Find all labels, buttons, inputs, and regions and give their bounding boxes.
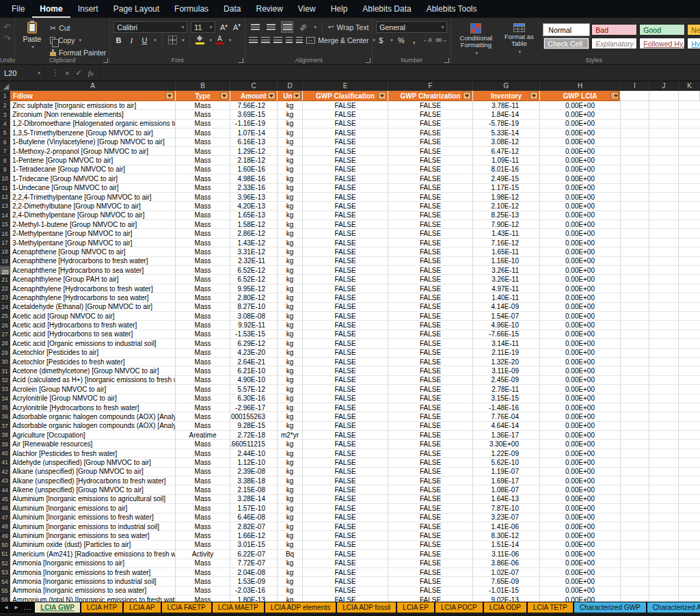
cell-amount[interactable]: 6.52E-12: [230, 275, 278, 284]
cell-type[interactable]: Mass: [176, 202, 230, 211]
cell-empty[interactable]: [649, 541, 679, 550]
sheet-tab[interactable]: LCIA ADP elements: [265, 602, 336, 613]
cell-inventory[interactable]: 3.14E-11: [473, 339, 540, 348]
cell-gwp-lcia[interactable]: 0.00E+00: [540, 266, 621, 275]
undo-icon[interactable]: ↶: [3, 22, 11, 32]
sheet-tab[interactable]: Characterized GWP: [574, 602, 646, 613]
cell-flow[interactable]: 1-Butylene (Vinylacetylene) [Group NMVOC…: [10, 138, 176, 147]
column-header[interactable]: E: [303, 81, 388, 91]
cell-type[interactable]: Mass: [176, 595, 230, 602]
cell-inventory[interactable]: 5.33E-14: [473, 129, 540, 137]
cell-empty[interactable]: [649, 550, 679, 559]
cell-gwp-characterization[interactable]: FALSE: [388, 349, 473, 358]
cell-empty[interactable]: [649, 577, 679, 586]
cell-type[interactable]: Mass: [176, 468, 230, 477]
sheet-tab[interactable]: LCIA TETP: [528, 602, 573, 613]
cell-gwp-classification[interactable]: FALSE: [303, 266, 388, 275]
cell-flow[interactable]: Ammonium (total N) [Inorganic emissions …: [10, 595, 176, 602]
cell-empty[interactable]: [649, 174, 679, 183]
cell-type[interactable]: Mass: [176, 349, 230, 358]
cell-flow[interactable]: Agriculture [Occupation]: [10, 431, 176, 440]
cell-inventory[interactable]: 3.11E-06: [473, 550, 540, 559]
cell-amount[interactable]: 1.43E-12: [230, 239, 278, 247]
row-header[interactable]: 17: [0, 239, 10, 247]
cell-inventory[interactable]: 7.16E-12: [473, 239, 540, 247]
cell-gwp-lcia[interactable]: 0.00E+00: [540, 458, 621, 467]
cell-gwp-classification[interactable]: FALSE: [303, 577, 388, 586]
cell-empty[interactable]: [649, 385, 679, 394]
tab-scroll-right-icon[interactable]: ►: [14, 604, 19, 611]
row-header[interactable]: 2: [0, 101, 10, 110]
cell-empty[interactable]: [679, 477, 700, 485]
cell-type[interactable]: Mass: [176, 440, 230, 448]
cell-inventory[interactable]: -1.48E-16: [473, 403, 540, 412]
cell-empty[interactable]: [679, 577, 700, 586]
cell-flow[interactable]: Aluminium [Inorganic emissions to air]: [10, 504, 176, 513]
cell-empty[interactable]: [621, 174, 649, 183]
cell-unit[interactable]: kg: [278, 449, 303, 458]
cell-type[interactable]: Mass: [176, 376, 230, 385]
cell-gwp-classification[interactable]: FALSE: [303, 211, 388, 220]
cell-gwp-classification[interactable]: FALSE: [303, 394, 388, 403]
cell-gwp-characterization[interactable]: FALSE: [388, 440, 473, 448]
cell-amount[interactable]: 1.60E-16: [230, 165, 278, 174]
cell-empty[interactable]: [679, 550, 700, 559]
cell-empty[interactable]: [621, 431, 649, 440]
cell-unit[interactable]: kg: [278, 138, 303, 147]
cell-empty[interactable]: [679, 275, 700, 284]
cell-flow[interactable]: 2,2,4-Trimethylpentane [Group NMVOC to a…: [10, 193, 176, 202]
cell-inventory[interactable]: 1.64E-13: [473, 495, 540, 504]
cell-gwp-characterization[interactable]: FALSE: [388, 247, 473, 256]
cell-empty[interactable]: [649, 412, 679, 421]
cell-gwp-classification[interactable]: FALSE: [303, 595, 388, 602]
cell-empty[interactable]: [621, 513, 649, 522]
cell-gwp-classification[interactable]: FALSE: [303, 156, 388, 165]
cell-gwp-lcia[interactable]: 0.00E+00: [540, 366, 621, 375]
cell-empty[interactable]: [649, 138, 679, 147]
cell-type[interactable]: Mass: [176, 485, 230, 494]
cell-gwp-classification[interactable]: FALSE: [303, 485, 388, 494]
row-header[interactable]: 13: [0, 202, 10, 211]
cell-empty[interactable]: [649, 376, 679, 385]
cell-empty[interactable]: [679, 156, 700, 165]
number-format-select[interactable]: General▾: [376, 21, 447, 33]
cell-type[interactable]: Mass: [176, 458, 230, 467]
cell-gwp-lcia[interactable]: 0.00E+00: [540, 587, 621, 595]
cell-gwp-classification[interactable]: FALSE: [303, 412, 388, 421]
cell-amount[interactable]: -1.53E-15: [230, 330, 278, 339]
cell-gwp-lcia[interactable]: 0.00E+00: [540, 184, 621, 193]
cell-gwp-characterization[interactable]: FALSE: [388, 129, 473, 137]
cell-gwp-characterization[interactable]: FALSE: [388, 156, 473, 165]
cell-empty[interactable]: [621, 330, 649, 339]
menu-tab[interactable]: Ablebits Tools: [419, 0, 485, 18]
cell-unit[interactable]: kg: [278, 522, 303, 531]
cell-flow[interactable]: Acetic acid [Hydrocarbons to sea water]: [10, 330, 176, 339]
cell-amount[interactable]: 2.18E-12: [230, 156, 278, 165]
font-size-select[interactable]: 11▾: [191, 21, 215, 33]
cell-type[interactable]: Mass: [176, 312, 230, 321]
cell-type[interactable]: Mass: [176, 156, 230, 165]
cell-unit[interactable]: kg: [278, 147, 303, 156]
borders-icon[interactable]: [168, 36, 177, 44]
cell-empty[interactable]: [649, 531, 679, 540]
cell-unit[interactable]: kg: [278, 458, 303, 467]
cell-gwp-lcia[interactable]: 0.00E+00: [540, 303, 621, 312]
cell-flow[interactable]: 2,2-Dimethylbutane [Group NMVOC to air]: [10, 202, 176, 211]
cell-flow[interactable]: Aluminium oxide (dust) [Particles to air…: [10, 541, 176, 550]
cell-empty[interactable]: [679, 247, 700, 256]
row-header[interactable]: 15: [0, 220, 10, 229]
cell-gwp-lcia[interactable]: 0.00E+00: [540, 513, 621, 522]
cell-empty[interactable]: [649, 129, 679, 137]
cell-inventory[interactable]: 3.30E+00: [473, 440, 540, 448]
cell-gwp-lcia[interactable]: 0.00E+00: [540, 412, 621, 421]
font-name-select[interactable]: Calibri▾: [113, 21, 187, 33]
sheet-tab[interactable]: LCIA MAETP: [213, 602, 264, 613]
cell-empty[interactable]: [621, 211, 649, 220]
dialog-launcher-icon[interactable]: [239, 58, 243, 63]
cell-amount[interactable]: 0.000155263: [230, 412, 278, 421]
row-header[interactable]: 3: [0, 110, 10, 119]
cell-empty[interactable]: [649, 522, 679, 531]
menu-tab[interactable]: Page Layout: [106, 0, 167, 18]
cell-flow[interactable]: Acenaphthylene [Hydrocarbons to sea wate…: [10, 293, 176, 302]
cell-empty[interactable]: [621, 165, 649, 174]
